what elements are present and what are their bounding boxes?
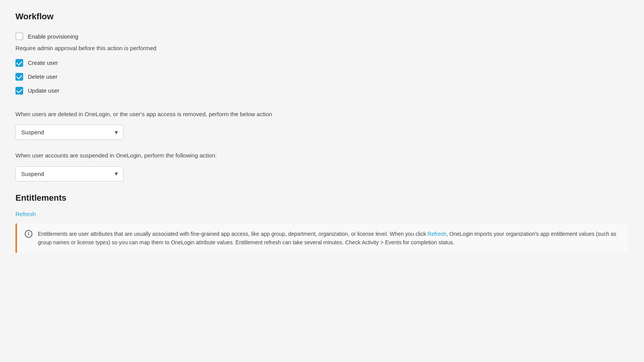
create-user-row: Create user (15, 59, 629, 67)
delete-user-label: Delete user (28, 73, 58, 80)
admin-approval-section: Require admin approval before this actio… (15, 44, 629, 98)
update-user-checkbox[interactable] (15, 87, 23, 95)
entitlements-info-box: i Entitlements are user attributes that … (15, 223, 629, 253)
delete-user-row: Delete user (15, 73, 629, 81)
suspension-description: When user accounts are suspended in OneL… (15, 151, 629, 160)
enable-provisioning-label: Enable provisioning (28, 33, 78, 40)
admin-approval-description: Require admin approval before this actio… (15, 44, 629, 53)
delete-user-checkbox[interactable] (15, 73, 23, 81)
entitlements-section: Entitlements Refresh i Entitlements are … (15, 193, 629, 253)
enable-provisioning-checkbox[interactable] (15, 32, 23, 40)
refresh-link[interactable]: Refresh (15, 211, 36, 217)
update-user-label: Update user (28, 87, 59, 94)
suspension-action-dropdown[interactable]: Suspend Delete Do nothing (15, 166, 124, 181)
entitlements-info-text: Entitlements are user attributes that ar… (38, 230, 621, 247)
page-title: Workflow (15, 12, 629, 22)
deletion-action-dropdown[interactable]: Suspend Delete Do nothing (15, 125, 124, 140)
deletion-action-group: When users are deleted in OneLogin, or t… (15, 110, 629, 140)
suspension-action-group: When user accounts are suspended in OneL… (15, 151, 629, 181)
create-user-label: Create user (28, 59, 58, 66)
create-user-checkbox[interactable] (15, 59, 23, 67)
info-icon: i (25, 230, 32, 238)
enable-provisioning-row: Enable provisioning (15, 32, 629, 40)
info-refresh-link[interactable]: Refresh (427, 231, 446, 237)
deletion-description: When users are deleted in OneLogin, or t… (15, 110, 629, 119)
approval-checkboxes: Create user Delete user Update user (15, 59, 629, 98)
info-text-before: Entitlements are user attributes that ar… (38, 231, 427, 237)
update-user-row: Update user (15, 87, 629, 95)
suspension-dropdown-wrapper: Suspend Delete Do nothing ▼ (15, 166, 124, 181)
deletion-dropdown-wrapper: Suspend Delete Do nothing ▼ (15, 125, 124, 140)
entitlements-title: Entitlements (15, 193, 629, 203)
